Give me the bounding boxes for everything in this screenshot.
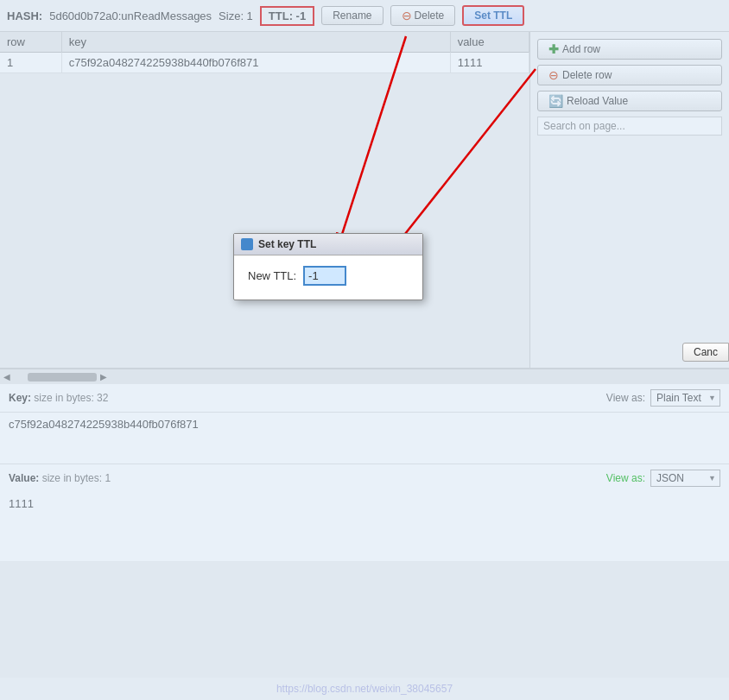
dialog-titlebar: Set key TTL xyxy=(234,234,422,255)
overlay-backdrop xyxy=(0,0,729,700)
dialog-body: New TTL: xyxy=(234,255,422,300)
dialog-ttl-input[interactable] xyxy=(303,266,346,286)
dialog-new-ttl-label: New TTL: xyxy=(248,269,296,282)
set-ttl-dialog: Set key TTL New TTL: xyxy=(233,233,423,300)
dialog-title: Set key TTL xyxy=(258,238,316,250)
cancel-button[interactable]: Canc xyxy=(682,343,729,362)
dialog-icon xyxy=(241,238,253,250)
